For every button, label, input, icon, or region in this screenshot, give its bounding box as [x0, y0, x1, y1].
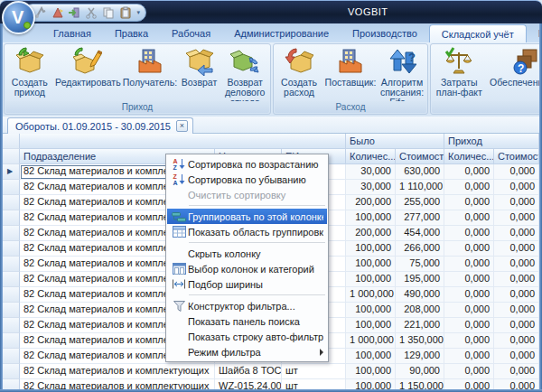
menu-item[interactable]: Скрыть колонку: [167, 246, 327, 261]
cell-in_qty[interactable]: 0,000: [444, 241, 494, 257]
menu-item[interactable]: Выбор колонок и категорий: [167, 261, 327, 276]
receiver-button[interactable]: Получатель:: [121, 44, 179, 102]
cell-was_cost[interactable]: 221,000: [396, 318, 444, 333]
cell-was_qty[interactable]: 1 000,000: [346, 287, 396, 303]
tab-glavnaya[interactable]: Главная: [42, 24, 103, 42]
menu-item[interactable]: ZAСортировка по убыванию: [167, 172, 327, 187]
cell-in_qty[interactable]: 0,000: [444, 272, 494, 287]
create-expense-button[interactable]: Создать расход: [274, 44, 324, 102]
exit-icon[interactable]: [68, 5, 82, 20]
cell-in_cost[interactable]: 0,000: [494, 333, 539, 349]
qat-customize-chevron-icon[interactable]: ▾: [137, 9, 141, 16]
cell-was_qty[interactable]: 200,000: [346, 226, 396, 241]
cell-was_cost[interactable]: 75,000: [396, 257, 444, 272]
writeoff-algorithm-button[interactable]: ? Алгоритм списания: Fifo ▼: [377, 44, 427, 102]
cell-was_qty[interactable]: 100,000: [346, 272, 396, 287]
cell-dept[interactable]: 82 Склад материалов и комплектующих: [20, 364, 215, 379]
cell-was_cost[interactable]: 255,000: [396, 195, 444, 210]
table-row[interactable]: 82 Склад материалов и комплектующихШайба…: [3, 364, 539, 379]
cell-in_qty[interactable]: 0,000: [444, 364, 494, 379]
menu-item[interactable]: Группировать по этой колонке: [167, 209, 327, 224]
cell-in_qty[interactable]: 0,000: [444, 318, 494, 333]
tab-proizvodstvo[interactable]: Производство: [341, 24, 429, 42]
cell-in_qty[interactable]: 0,000: [444, 333, 494, 349]
paste-icon[interactable]: [118, 5, 133, 20]
cell-was_qty[interactable]: 100,000: [346, 303, 396, 318]
cell-in_cost[interactable]: 0,000: [494, 364, 539, 379]
cell-in_qty[interactable]: 0,000: [444, 180, 494, 195]
cell-in_cost[interactable]: 0,000: [494, 195, 539, 210]
cell-was_cost[interactable]: 208,000: [396, 303, 444, 318]
cell-in_cost[interactable]: 0,000: [494, 303, 539, 318]
document-tab-oboroty[interactable]: Обороты. 01.09.2015 - 30.09.2015 ×: [7, 117, 193, 134]
cell-was_cost[interactable]: 454,000: [396, 226, 444, 241]
band-bylo[interactable]: Было: [346, 134, 444, 149]
menu-item[interactable]: Показать строку авто-фильтра: [167, 329, 327, 344]
cell-was_qty[interactable]: 100,000: [346, 364, 396, 379]
column-header-bylo-stoimost[interactable]: Стоимость: [396, 149, 444, 164]
return-waste-button[interactable]: Возврат делового отхода: [220, 44, 270, 102]
cell-in_cost[interactable]: 0,000: [494, 349, 539, 364]
cell-in_cost[interactable]: 0,000: [494, 241, 539, 257]
cell-was_cost[interactable]: 277,000: [396, 210, 444, 226]
menu-item[interactable]: AZСортировка по возрастанию: [167, 156, 327, 172]
create-income-button[interactable]: Создать приход: [5, 44, 55, 102]
cell-was_cost[interactable]: 266,000: [396, 241, 444, 257]
cell-was_qty[interactable]: 100,000: [346, 318, 396, 333]
cell-was_cost[interactable]: 129,000: [396, 349, 444, 364]
pointer-icon[interactable]: [33, 5, 48, 20]
column-header-prihod-stoimost[interactable]: Стоимость: [494, 149, 539, 164]
cell-in_qty[interactable]: 0,000: [444, 287, 494, 303]
menu-item[interactable]: Конструктор фильтра...: [167, 298, 327, 313]
cell-in_qty[interactable]: 0,000: [444, 195, 494, 210]
cell-was_qty[interactable]: 200,000: [346, 195, 396, 210]
cell-in_cost[interactable]: 0,000: [494, 318, 539, 333]
cell-in_cost[interactable]: 0,000: [494, 226, 539, 241]
cell-in_cost[interactable]: 0,000: [494, 287, 539, 303]
cell-was_cost[interactable]: 1 350,000: [396, 333, 444, 349]
cell-unit[interactable]: шт: [282, 364, 346, 379]
edit-button[interactable]: Редактировать: [55, 44, 122, 102]
cell-in_qty[interactable]: 0,000: [444, 210, 494, 226]
cell-was_qty[interactable]: 100,000: [346, 210, 396, 226]
menu-item[interactable]: Показать панель поиска: [167, 313, 327, 329]
cell-was_qty[interactable]: 100,000: [346, 349, 396, 364]
cell-was_qty[interactable]: 30,000: [346, 180, 396, 195]
cell-nom[interactable]: Шайба 8 ТОС...: [215, 364, 282, 379]
menu-item[interactable]: Режим фильтра: [167, 344, 327, 359]
cell-was_qty[interactable]: 1 000,000: [346, 333, 396, 349]
return-button[interactable]: Возврат: [179, 44, 220, 102]
column-header-prihod-kolichestvo[interactable]: Количес...: [444, 149, 494, 164]
cell-in_cost[interactable]: 0,000: [494, 180, 539, 195]
availability-button[interactable]: ? Обеспеченность: [488, 44, 542, 102]
cut-icon[interactable]: [84, 5, 98, 20]
plan-fact-costs-button[interactable]: Затраты план-факт: [431, 44, 488, 102]
cell-was_cost[interactable]: 1 110,000: [396, 180, 444, 195]
cell-was_qty[interactable]: 100,000: [346, 241, 396, 257]
cell-was_cost[interactable]: 195,000: [396, 272, 444, 287]
menu-item[interactable]: Подбор ширины: [167, 276, 327, 292]
cell-in_cost[interactable]: 0,000: [494, 257, 539, 272]
cell-in_qty[interactable]: 0,000: [444, 349, 494, 364]
band-prihod[interactable]: Приход: [444, 134, 539, 149]
cell-in_qty[interactable]: 0,000: [444, 257, 494, 272]
tab-rabochaya[interactable]: Рабочая: [160, 24, 222, 42]
cell-in_qty[interactable]: 0,000: [444, 164, 494, 180]
supplier-button[interactable]: Поставщик:: [324, 44, 377, 102]
alert-icon[interactable]: [51, 5, 65, 20]
tab-administrirovanie[interactable]: Администрирование: [222, 24, 341, 42]
menu-item[interactable]: Показать область группировки: [167, 224, 327, 239]
cell-was_qty[interactable]: 100,000: [346, 257, 396, 272]
cell-in_qty[interactable]: 0,000: [444, 226, 494, 241]
cell-in_cost[interactable]: 0,000: [494, 210, 539, 226]
tab-skladskoy-uchet[interactable]: Складской учёт: [429, 24, 527, 42]
cell-was_qty[interactable]: 30,000: [346, 164, 396, 180]
tab-pravka[interactable]: Правка: [103, 24, 160, 42]
cell-in_cost[interactable]: 0,000: [494, 272, 539, 287]
cell-in_cost[interactable]: 0,000: [494, 164, 539, 180]
cell-in_qty[interactable]: 0,000: [444, 303, 494, 318]
menu-item[interactable]: Очистить сортировку: [167, 187, 327, 202]
close-icon[interactable]: ×: [176, 120, 188, 132]
cell-was_cost[interactable]: 90,000: [396, 364, 444, 379]
cell-was_cost[interactable]: 630,000: [396, 164, 444, 180]
